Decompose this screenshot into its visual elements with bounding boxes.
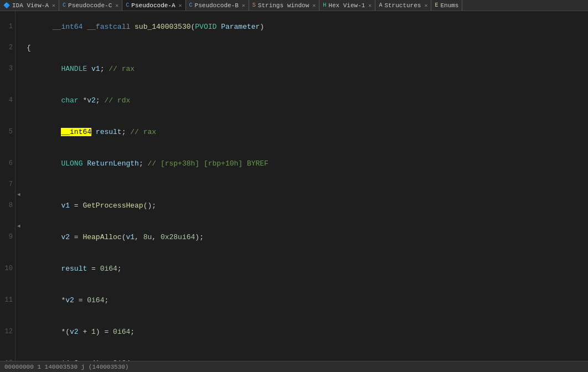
num-0i64-12: 0i64	[113, 328, 130, 336]
line-num-7: 7	[0, 179, 16, 190]
pseudocode-b-icon: C	[189, 2, 193, 8]
tab-pseudocode-a-label: Pseudocode-A	[131, 2, 175, 9]
code-line-6: 6 ULONG ReturnLength; // [rsp+38h] [rbp+…	[0, 148, 588, 179]
fn-getprocessheap: GetProcessHeap	[82, 202, 143, 210]
tab-pseudocode-b-label: Pseudocode-B	[195, 2, 239, 9]
code-area[interactable]: 1 __int64 __fastcall sub_140003530(PVOID…	[0, 11, 588, 361]
tab-enums[interactable]: E Enums	[431, 0, 462, 11]
tab-strings-window[interactable]: S Strings window ✕	[249, 0, 319, 11]
fn-heapalloc: HeapAlloc	[82, 233, 121, 241]
type-ulong: ULONG	[61, 159, 82, 168]
line-content-4: char *v2; // rdx	[22, 85, 588, 116]
code-line-1: 1 __int64 __fastcall sub_140003530(PVOID…	[0, 11, 588, 43]
line-content-5: __int64 result; // rax	[22, 116, 588, 148]
tab-hex-view-1[interactable]: H Hex View-1 ✕	[319, 0, 375, 11]
line-num-8: 8	[0, 190, 16, 221]
line-num-2: 2	[0, 43, 16, 53]
bottom-status: 00000000 1 140003530 j (140003530)	[4, 364, 128, 370]
ida-view-icon: 🔷	[3, 2, 10, 9]
fn-sub: sub_140003530	[135, 23, 190, 31]
kw-fastcall: __fastcall	[87, 23, 130, 31]
type-char: char	[61, 96, 78, 105]
var-result-decl: result	[96, 128, 122, 136]
tab-pseudocode-c[interactable]: C Pseudocode-C ✕	[59, 0, 122, 11]
line-arrow-4	[16, 85, 22, 116]
num-0i64-10: 0i64	[100, 265, 117, 273]
line-num-6: 6	[0, 148, 16, 179]
code-line-8: 8 ◄ v1 = GetProcessHeap();	[0, 190, 588, 221]
tab-pseudocode-c-label: Pseudocode-C	[68, 2, 112, 9]
tab-bar: 🔷 IDA View-A ✕ C Pseudocode-C ✕ C Pseudo…	[0, 0, 588, 11]
line-arrow-2	[16, 43, 22, 53]
line-num-13: 13	[0, 348, 16, 361]
line-arrow-10	[16, 253, 22, 285]
tab-hex-view-label: Hex View-1	[328, 2, 365, 9]
num-1-12: 1	[91, 328, 96, 336]
kw-int64: __int64	[53, 23, 83, 31]
line-num-10: 10	[0, 253, 16, 285]
var-v1-8: v1	[61, 202, 70, 210]
var-v1-decl: v1	[91, 65, 100, 73]
num-0x28: 0x28ui64	[161, 233, 195, 241]
var-parameter: Parameter	[221, 23, 260, 31]
code-line-2: 2 {	[0, 43, 588, 53]
tab-strings-window-close[interactable]: ✕	[312, 2, 316, 9]
code-line-7: 7	[0, 179, 588, 190]
tab-pseudocode-c-close[interactable]: ✕	[115, 2, 118, 9]
code-line-10: 10 result = 0i64;	[0, 253, 588, 285]
highlight-int64: __int64	[61, 128, 91, 136]
code-line-13: 13 *(v2 + 4) = 0i64;	[0, 348, 588, 361]
line-arrow-11	[16, 285, 22, 316]
comment-4: // rdx	[104, 96, 130, 105]
line-arrow-6	[16, 148, 22, 179]
tab-ida-view-a[interactable]: 🔷 IDA View-A ✕	[0, 0, 59, 11]
pseudocode-c-icon: C	[63, 2, 66, 8]
tab-pseudocode-b-close[interactable]: ✕	[242, 2, 245, 9]
line-arrow-12	[16, 316, 22, 348]
num-8u: 8u	[143, 233, 152, 241]
strings-window-icon: S	[252, 2, 256, 8]
tab-pseudocode-b[interactable]: C Pseudocode-B ✕	[186, 0, 249, 11]
code-line-4: 4 char *v2; // rdx	[0, 85, 588, 116]
line-arrow-8: ◄	[16, 190, 22, 221]
line-content-9: v2 = HeapAlloc(v1, 8u, 0x28ui64);	[22, 221, 588, 253]
comment-6: // [rsp+38h] [rbp+10h] BYREF	[147, 159, 268, 168]
hex-view-icon: H	[323, 2, 326, 8]
tab-ida-view-label: IDA View-A	[12, 2, 49, 9]
line-arrow-1	[16, 11, 22, 43]
line-arrow-9: ◄	[16, 221, 22, 253]
tab-strings-window-label: Strings window	[258, 2, 309, 9]
line-content-3: HANDLE v1; // rax	[22, 53, 588, 85]
var-v2-decl: v2	[87, 96, 96, 105]
line-content-10: result = 0i64;	[22, 253, 588, 285]
line-arrow-5	[16, 116, 22, 148]
var-v2-11: v2	[65, 296, 74, 304]
code-line-9: 9 ◄ v2 = HeapAlloc(v1, 8u, 0x28ui64);	[0, 221, 588, 253]
comment-5: // rax	[130, 128, 156, 136]
type-handle: HANDLE	[61, 65, 87, 73]
line-num-11: 11	[0, 285, 16, 316]
tab-enums-label: Enums	[440, 2, 458, 9]
line-content-11: *v2 = 0i64;	[22, 285, 588, 316]
tab-ida-view-close[interactable]: ✕	[52, 2, 55, 9]
tab-pseudocode-a[interactable]: C Pseudocode-A ✕	[122, 0, 185, 11]
tab-structures-close[interactable]: ✕	[424, 2, 427, 9]
code-line-12: 12 *(v2 + 1) = 0i64;	[0, 316, 588, 348]
line-content-6: ULONG ReturnLength; // [rsp+38h] [rbp+10…	[22, 148, 588, 179]
line-num-5: 5	[0, 116, 16, 148]
structures-icon: A	[379, 2, 382, 8]
tab-pseudocode-a-close[interactable]: ✕	[179, 2, 182, 9]
var-v2-12: v2	[70, 328, 79, 336]
var-v2-9: v2	[61, 233, 70, 241]
line-arrow-13	[16, 348, 22, 361]
line-content-8: v1 = GetProcessHeap();	[22, 190, 588, 221]
line-num-1: 1	[0, 11, 16, 43]
line-content-7	[22, 179, 588, 190]
tab-structures[interactable]: A Structures ✕	[375, 0, 431, 11]
var-result-10: result	[61, 265, 87, 273]
num-0i64-11: 0i64	[87, 296, 104, 304]
line-content-12: *(v2 + 1) = 0i64;	[22, 316, 588, 348]
tab-hex-view-close[interactable]: ✕	[368, 2, 372, 9]
line-num-12: 12	[0, 316, 16, 348]
line-num-3: 3	[0, 53, 16, 85]
